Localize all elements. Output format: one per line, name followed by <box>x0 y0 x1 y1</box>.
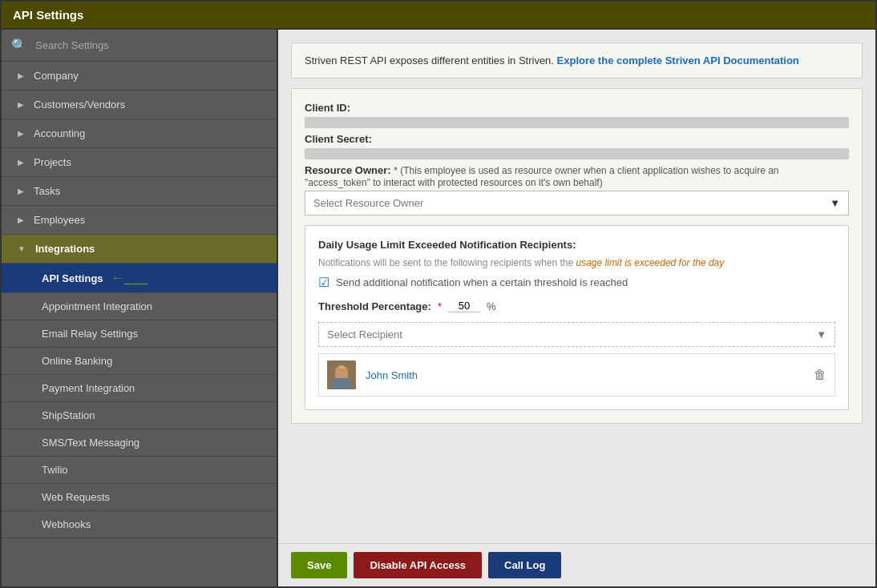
resource-owner-label: Resource Owner: * (This employee is used… <box>305 164 849 188</box>
sub-item-label: SMS/Text Messaging <box>42 437 139 449</box>
action-bar: Save Disable API Access Call Log <box>278 543 875 586</box>
sub-item-label: Online Banking <box>42 355 112 367</box>
sub-item-label: Email Relay Settings <box>42 328 138 340</box>
sidebar: 🔍 ▶ Company ▶ Customers/Vendors ▶ Accoun… <box>2 30 278 586</box>
info-box: Striven REST API exposes different entit… <box>291 42 863 79</box>
form-box: Client ID: Client Secret: Resource Owner… <box>291 88 863 424</box>
sidebar-item-label: Tasks <box>34 185 60 197</box>
sub-item-label: Appointment Integration <box>42 300 152 312</box>
chevron-down-icon: ▼ <box>18 244 26 253</box>
sidebar-item-projects[interactable]: ▶ Projects <box>2 148 277 177</box>
chevron-right-icon: ▶ <box>18 215 24 224</box>
threshold-unit: % <box>487 300 496 312</box>
notification-box: Daily Usage Limit Exceeded Notification … <box>305 225 849 410</box>
checkbox-row: ☑ Send additional notification when a ce… <box>318 275 835 290</box>
sidebar-item-customers-vendors[interactable]: ▶ Customers/Vendors <box>2 91 277 119</box>
sidebar-item-label: Customers/Vendors <box>34 99 125 111</box>
svg-rect-4 <box>332 378 351 389</box>
sidebar-item-company[interactable]: ▶ Company <box>2 62 277 91</box>
sub-item-label: ShipStation <box>42 409 95 421</box>
window-title: API Settings <box>13 8 83 22</box>
save-button[interactable]: Save <box>291 552 347 578</box>
sidebar-item-label: Company <box>34 70 79 82</box>
sidebar-subitem-payment-integration[interactable]: Payment Integration <box>2 375 277 402</box>
sidebar-subitem-shipstation[interactable]: ShipStation <box>2 402 277 429</box>
client-secret-value <box>305 148 849 159</box>
sidebar-subitem-api-settings[interactable]: API Settings ←⎯⎯⎯ <box>2 264 277 293</box>
search-bar: 🔍 <box>2 30 277 62</box>
chevron-down-icon: ▼ <box>816 328 826 340</box>
content-area: Striven REST API exposes different entit… <box>278 30 875 586</box>
sidebar-item-label: Integrations <box>35 243 95 255</box>
sub-item-label: Payment Integration <box>42 382 135 394</box>
sub-item-label: Twilio <box>42 464 68 476</box>
chevron-right-icon: ▶ <box>18 71 24 80</box>
search-icon: 🔍 <box>11 38 27 53</box>
content-scroll: Striven REST API exposes different entit… <box>278 30 875 543</box>
sidebar-item-tasks[interactable]: ▶ Tasks <box>2 177 277 206</box>
sidebar-subitem-appointment-integration[interactable]: Appointment Integration <box>2 293 277 320</box>
chevron-right-icon: ▶ <box>18 129 24 138</box>
search-input[interactable] <box>35 39 267 51</box>
main-layout: 🔍 ▶ Company ▶ Customers/Vendors ▶ Accoun… <box>2 30 875 586</box>
client-secret-label: Client Secret: <box>305 133 849 145</box>
sidebar-subitem-webhooks[interactable]: Webhooks <box>2 511 277 538</box>
sidebar-item-accounting[interactable]: ▶ Accounting <box>2 119 277 148</box>
sidebar-item-label: Employees <box>34 214 85 226</box>
resource-owner-placeholder: Select Resource Owner <box>313 197 423 209</box>
chevron-right-icon: ▶ <box>18 158 24 167</box>
sidebar-subitem-web-requests[interactable]: Web Requests <box>2 484 277 511</box>
threshold-required-icon: * <box>438 300 442 312</box>
threshold-label: Threshold Percentage: <box>318 300 431 312</box>
api-documentation-link[interactable]: Explore the complete Striven API Documen… <box>557 54 799 66</box>
sidebar-subitem-twilio[interactable]: Twilio <box>2 457 277 484</box>
notification-highlight: usage limit is exceeded for the day <box>576 257 725 268</box>
info-text: Striven REST API exposes different entit… <box>305 54 554 66</box>
chevron-right-icon: ▶ <box>18 187 24 195</box>
threshold-value[interactable]: 50 <box>448 300 480 312</box>
title-bar: API Settings <box>2 2 875 30</box>
sidebar-item-label: Projects <box>34 156 71 168</box>
sidebar-item-employees[interactable]: ▶ Employees <box>2 206 277 235</box>
sub-item-label: Webhooks <box>42 518 91 530</box>
notification-title: Daily Usage Limit Exceeded Notification … <box>318 239 835 251</box>
recipient-avatar <box>327 360 356 389</box>
sidebar-subitem-sms-text-messaging[interactable]: SMS/Text Messaging <box>2 429 277 457</box>
svg-rect-3 <box>335 369 348 378</box>
avatar-image <box>327 360 356 389</box>
delete-recipient-icon[interactable]: 🗑 <box>814 368 826 382</box>
app-window: API Settings 🔍 ▶ Company ▶ Customers/Ven… <box>0 0 877 588</box>
arrow-right-icon: ←⎯⎯⎯ <box>111 271 148 285</box>
recipient-select-placeholder: Select Recipient <box>327 328 402 340</box>
info-link[interactable]: Explore the complete Striven API Documen… <box>557 54 799 66</box>
notification-info: Notifications will be sent to the follow… <box>318 257 835 268</box>
sub-item-label: Web Requests <box>42 491 110 503</box>
sub-item-label: API Settings <box>42 272 103 284</box>
recipient-select-dropdown[interactable]: Select Recipient ▼ <box>318 322 835 347</box>
client-id-label: Client ID: <box>305 102 849 114</box>
sidebar-item-label: Accounting <box>34 127 85 139</box>
sidebar-item-integrations[interactable]: ▼ Integrations <box>2 235 277 264</box>
chevron-right-icon: ▶ <box>18 100 24 109</box>
disable-api-button[interactable]: Disable API Access <box>354 552 482 578</box>
sidebar-subitem-online-banking[interactable]: Online Banking <box>2 348 277 375</box>
checkbox-checked-icon[interactable]: ☑ <box>318 275 329 290</box>
call-log-button[interactable]: Call Log <box>488 552 561 578</box>
recipient-name[interactable]: John Smith <box>366 369 804 381</box>
checkbox-label: Send additional notification when a cert… <box>336 276 628 288</box>
avatar-svg <box>327 360 356 389</box>
sidebar-subitem-email-relay-settings[interactable]: Email Relay Settings <box>2 320 277 348</box>
chevron-down-icon: ▼ <box>830 197 840 209</box>
threshold-row: Threshold Percentage: * 50 % <box>318 300 835 312</box>
resource-owner-dropdown[interactable]: Select Resource Owner ▼ <box>305 191 849 215</box>
recipient-row: John Smith 🗑 <box>318 353 835 397</box>
client-id-value <box>305 117 849 128</box>
